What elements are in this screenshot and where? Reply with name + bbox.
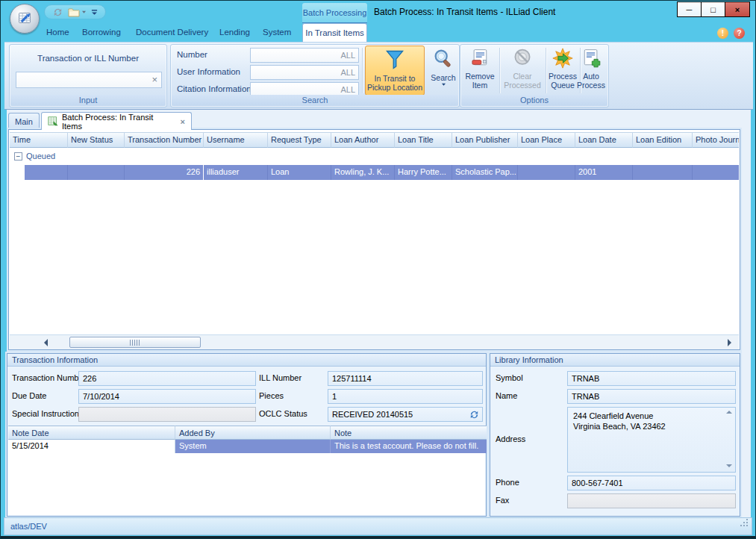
new-item-icon[interactable] — [68, 7, 87, 17]
ribbon: Transaction or ILL Number × Input Number… — [4, 42, 753, 110]
cell-note-date: 5/15/2014 — [8, 440, 175, 453]
column-header-photo-journal[interactable]: Photo Journal — [693, 132, 739, 148]
close-icon: × — [735, 5, 740, 14]
name-label: Name — [496, 391, 517, 400]
in-transit-to-pickup-location-button[interactable]: In Transit to Pickup Location — [365, 46, 425, 96]
group-caption-options: Options — [461, 95, 607, 106]
ribbon-group-options: Remove Item Clear Processed — [460, 44, 609, 108]
process-queue-icon — [552, 48, 573, 70]
due-date-label: Due Date — [12, 391, 46, 400]
column-header-loan-date[interactable]: Loan Date — [575, 132, 633, 148]
column-header-note[interactable]: Note — [331, 426, 487, 440]
column-header-loan-author[interactable]: Loan Author — [331, 132, 395, 148]
window-bottom-edge — [1, 536, 755, 538]
auto-process-button[interactable]: Auto Process — [574, 46, 608, 96]
column-header-note-date[interactable]: Note Date — [8, 426, 175, 440]
ribbon-tab-document-delivery[interactable]: Document Delivery — [129, 23, 215, 42]
resize-grip[interactable] — [740, 516, 749, 532]
symbol-field[interactable]: TRNAB — [567, 371, 736, 386]
app-menu-button[interactable] — [10, 4, 40, 34]
column-header-loan-place[interactable]: Loan Place — [518, 132, 575, 148]
address-scroll-down-icon[interactable] — [726, 464, 732, 467]
alert-icon[interactable]: ! — [717, 28, 728, 39]
window-title: Batch Process: In Transit Items - ILLiad… — [374, 7, 555, 17]
transaction-number-input[interactable]: × — [16, 72, 162, 88]
scroll-right-icon[interactable] — [728, 339, 731, 346]
table-row[interactable]: 226 illiaduser Loan Rowling, J. K... Har… — [10, 165, 739, 180]
address-scroll-up-icon[interactable] — [726, 411, 732, 414]
ribbon-tab-lending[interactable]: Lending — [213, 23, 257, 42]
special-instructions-field[interactable] — [78, 407, 256, 422]
cell-loan-edition — [633, 165, 693, 180]
column-header-loan-publisher[interactable]: Loan Publisher — [452, 132, 518, 148]
notes-empty-area — [8, 453, 485, 515]
transaction-number-field[interactable]: 226 — [78, 371, 256, 386]
tab-close-icon[interactable]: × — [181, 117, 185, 126]
batch-items-grid: Time New Status Transaction Number Usern… — [8, 129, 740, 350]
phone-field[interactable]: 800-567-7401 — [567, 476, 736, 490]
number-input[interactable]: ALL — [250, 48, 359, 63]
close-button[interactable]: × — [725, 1, 750, 17]
horizontal-scrollbar[interactable] — [10, 334, 739, 349]
transaction-number-label: Transaction Number — [12, 373, 86, 382]
fax-label: Fax — [496, 496, 509, 505]
maximize-icon: □ — [710, 5, 716, 14]
symbol-label: Symbol — [496, 373, 523, 382]
column-header-time[interactable]: Time — [10, 132, 68, 148]
note-row[interactable]: 5/15/2014 System This is a test account.… — [8, 440, 485, 453]
clear-input-icon[interactable]: × — [151, 72, 157, 87]
help-icon[interactable]: ? — [734, 28, 745, 39]
ribbon-tab-in-transit-items[interactable]: In Transit Items — [302, 23, 367, 42]
group-label: Queued — [26, 152, 55, 161]
cell-loan-title: Harry Potte... — [395, 165, 452, 180]
clear-processed-button[interactable]: Clear Processed — [501, 46, 544, 96]
ribbon-tab-home[interactable]: Home — [40, 23, 76, 42]
special-instructions-label: Special Instructions — [12, 409, 83, 418]
status-text: atlas/DEV — [10, 522, 47, 531]
column-header-new-status[interactable]: New Status — [68, 132, 125, 148]
ribbon-tab-system[interactable]: System — [256, 23, 298, 42]
column-header-loan-edition[interactable]: Loan Edition — [633, 132, 693, 148]
ill-number-field[interactable]: 125711114 — [328, 371, 483, 386]
ribbon-tab-borrowing[interactable]: Borrowing — [75, 23, 128, 42]
minimize-button[interactable]: ─ — [677, 1, 702, 17]
column-header-request-type[interactable]: Request Type — [268, 132, 331, 148]
cell-added-by: System — [175, 440, 331, 453]
column-header-transaction-number[interactable]: Transaction Number — [125, 132, 204, 148]
name-field[interactable]: TRNAB — [567, 389, 736, 404]
remove-item-icon — [469, 48, 490, 70]
user-information-input[interactable]: ALL — [250, 65, 359, 80]
search-button[interactable]: Search — [428, 46, 459, 96]
customize-qat-icon[interactable] — [91, 9, 98, 16]
address-field[interactable]: 244 Clearfield Avenue Virginia Beach, VA… — [567, 407, 736, 473]
maximize-button[interactable]: □ — [701, 1, 725, 17]
tab-main[interactable]: Main — [8, 113, 40, 129]
collapse-group-icon[interactable]: − — [14, 152, 22, 161]
due-date-field[interactable]: 7/10/2014 — [78, 389, 256, 404]
oclc-status-field[interactable]: RECEIVED 20140515 — [328, 407, 483, 422]
cell-username: illiaduser — [204, 165, 268, 180]
app-window: Batch Processing Batch Process: In Trans… — [0, 0, 756, 539]
remove-item-button[interactable]: Remove Item — [463, 46, 496, 96]
cell-note: This is a test account. Please do not fi… — [331, 440, 487, 453]
phone-label: Phone — [496, 478, 519, 487]
chevron-down-icon — [81, 10, 87, 14]
column-header-username[interactable]: Username — [204, 132, 268, 148]
column-header-loan-title[interactable]: Loan Title — [395, 132, 452, 148]
cell-transaction-number: 226 — [125, 165, 204, 180]
oclc-refresh-icon[interactable] — [469, 409, 480, 422]
tab-batch-process[interactable]: Batch Process: In Transit Items × — [41, 112, 192, 130]
fax-field[interactable] — [567, 493, 736, 508]
scroll-left-icon[interactable] — [44, 339, 48, 346]
cell-new-status — [68, 165, 125, 180]
column-header-added-by[interactable]: Added By — [175, 426, 331, 440]
group-caption-search: Search — [172, 95, 458, 106]
contextual-tab-group-label: Batch Processing — [302, 3, 367, 23]
scrollbar-thumb[interactable] — [69, 337, 201, 348]
pieces-field[interactable]: 1 — [328, 389, 483, 404]
cell-loan-publisher: Scholastic Pap... — [452, 165, 518, 180]
refresh-icon[interactable] — [52, 7, 63, 18]
address-label: Address — [496, 434, 525, 443]
status-bar: atlas/DEV — [4, 517, 752, 535]
group-row-queued[interactable]: − Queued — [10, 149, 739, 163]
